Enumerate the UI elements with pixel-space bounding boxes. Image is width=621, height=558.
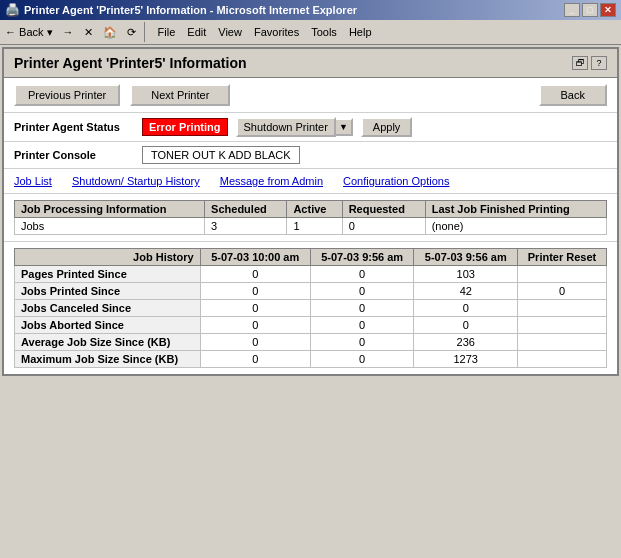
menu-favorites[interactable]: Favorites xyxy=(248,24,305,40)
help-icon[interactable]: ? xyxy=(591,56,607,70)
menu-edit[interactable]: Edit xyxy=(181,24,212,40)
table-row: Average Job Size Since (KB) 0 0 236 xyxy=(15,334,607,351)
minimize-button[interactable]: _ xyxy=(564,3,580,17)
history-cell-c2: 0 xyxy=(310,300,414,317)
history-cell-c1: 0 xyxy=(200,334,310,351)
message-from-admin-link[interactable]: Message from Admin xyxy=(220,175,323,187)
job-list-link[interactable]: Job List xyxy=(14,175,52,187)
table-row: Maximum Job Size Since (KB) 0 0 1273 xyxy=(15,351,607,368)
home-toolbar-button[interactable]: 🏠 xyxy=(98,23,122,42)
close-button[interactable]: ✕ xyxy=(600,3,616,17)
history-cell-c3: 1273 xyxy=(414,351,518,368)
job-history-section: Job History 5-07-03 10:00 am 5-07-03 9:5… xyxy=(4,242,617,374)
menu-help[interactable]: Help xyxy=(343,24,378,40)
history-cell-c1: 0 xyxy=(200,317,310,334)
history-cell-c3: 103 xyxy=(414,266,518,283)
history-col-4: Printer Reset xyxy=(518,249,607,266)
shutdown-dropdown-arrow[interactable]: ▼ xyxy=(336,118,353,136)
job-last-finished: (none) xyxy=(425,218,606,235)
history-cell-c2: 0 xyxy=(310,283,414,300)
table-row: Pages Printed Since 0 0 103 xyxy=(15,266,607,283)
history-row-label: Maximum Job Size Since (KB) xyxy=(15,351,201,368)
maximize-button[interactable]: □ xyxy=(582,3,598,17)
history-cell-c4: 0 xyxy=(518,283,607,300)
printer-status-label: Printer Agent Status xyxy=(14,121,134,133)
title-bar: 🖨️ Printer Agent 'Printer5' Information … xyxy=(0,0,621,20)
job-processing-table: Job Processing Information Scheduled Act… xyxy=(14,200,607,235)
history-col-1: 5-07-03 10:00 am xyxy=(200,249,310,266)
job-row-label: Jobs xyxy=(15,218,205,235)
shutdown-select: Shutdown Printer ▼ xyxy=(236,117,353,137)
history-cell-c1: 0 xyxy=(200,283,310,300)
page-header-icons: 🗗 ? xyxy=(572,56,607,70)
refresh-toolbar-button[interactable]: ⟳ xyxy=(122,23,141,42)
restore-icon[interactable]: 🗗 xyxy=(572,56,588,70)
table-row: Jobs Aborted Since 0 0 0 xyxy=(15,317,607,334)
menu-tools[interactable]: Tools xyxy=(305,24,343,40)
apply-button[interactable]: Apply xyxy=(361,117,413,137)
history-cell-c1: 0 xyxy=(200,266,310,283)
page-header: Printer Agent 'Printer5' Information 🗗 ? xyxy=(4,49,617,78)
history-cell-c2: 0 xyxy=(310,351,414,368)
menu-bar: ← Back ▾ → ✕ 🏠 ⟳ File Edit View Favorite… xyxy=(0,20,621,45)
history-cell-c1: 0 xyxy=(200,351,310,368)
history-cell-c4 xyxy=(518,334,607,351)
col-job-label: Job Processing Information xyxy=(15,201,205,218)
main-window: 🖨️ Printer Agent 'Printer5' Information … xyxy=(0,0,621,558)
content-area: Printer Agent 'Printer5' Information 🗗 ?… xyxy=(2,47,619,376)
table-row: Jobs Canceled Since 0 0 0 xyxy=(15,300,607,317)
menu-items: File Edit View Favorites Tools Help xyxy=(152,24,378,40)
menu-view[interactable]: View xyxy=(212,24,248,40)
history-col-label: Job History xyxy=(15,249,201,266)
printer-console-row: Printer Console TONER OUT K ADD BLACK xyxy=(4,142,617,169)
history-cell-c3: 0 xyxy=(414,300,518,317)
history-cell-c4 xyxy=(518,300,607,317)
next-printer-button[interactable]: Next Printer xyxy=(130,84,230,106)
history-cell-c4 xyxy=(518,266,607,283)
history-row-label: Jobs Aborted Since xyxy=(15,317,201,334)
job-scheduled: 3 xyxy=(205,218,287,235)
history-cell-c2: 0 xyxy=(310,317,414,334)
job-active: 1 xyxy=(287,218,342,235)
history-cell-c4 xyxy=(518,317,607,334)
shutdown-history-link[interactable]: Shutdown/ Startup History xyxy=(72,175,200,187)
app-icon: 🖨️ xyxy=(5,3,20,17)
col-last-finished: Last Job Finished Printing xyxy=(425,201,606,218)
history-row-label: Jobs Canceled Since xyxy=(15,300,201,317)
nav-row: Previous Printer Next Printer Back xyxy=(4,78,617,113)
page-title: Printer Agent 'Printer5' Information xyxy=(14,55,247,71)
back-button[interactable]: Back xyxy=(539,84,607,106)
menu-file[interactable]: File xyxy=(152,24,182,40)
stop-toolbar-button[interactable]: ✕ xyxy=(79,23,98,42)
title-bar-buttons: _ □ ✕ xyxy=(564,3,616,17)
history-cell-c3: 42 xyxy=(414,283,518,300)
col-requested: Requested xyxy=(342,201,425,218)
job-processing-section: Job Processing Information Scheduled Act… xyxy=(4,194,617,242)
history-row-label: Average Job Size Since (KB) xyxy=(15,334,201,351)
history-row-label: Pages Printed Since xyxy=(15,266,201,283)
col-scheduled: Scheduled xyxy=(205,201,287,218)
back-toolbar-button[interactable]: ← Back ▾ xyxy=(0,23,58,42)
job-requested: 0 xyxy=(342,218,425,235)
history-cell-c2: 0 xyxy=(310,266,414,283)
history-cell-c3: 236 xyxy=(414,334,518,351)
col-active: Active xyxy=(287,201,342,218)
history-cell-c1: 0 xyxy=(200,300,310,317)
title-bar-left: 🖨️ Printer Agent 'Printer5' Information … xyxy=(5,3,357,17)
nav-links: Job List Shutdown/ Startup History Messa… xyxy=(4,169,617,194)
shutdown-printer-button[interactable]: Shutdown Printer xyxy=(236,117,336,137)
toolbar-separator xyxy=(144,22,145,42)
previous-printer-button[interactable]: Previous Printer xyxy=(14,84,120,106)
job-history-table: Job History 5-07-03 10:00 am 5-07-03 9:5… xyxy=(14,248,607,368)
table-row: Jobs Printed Since 0 0 42 0 xyxy=(15,283,607,300)
history-cell-c3: 0 xyxy=(414,317,518,334)
printer-status-row: Printer Agent Status Error Printing Shut… xyxy=(4,113,617,142)
history-row-label: Jobs Printed Since xyxy=(15,283,201,300)
window-title: Printer Agent 'Printer5' Information - M… xyxy=(24,4,357,16)
status-error-badge: Error Printing xyxy=(142,118,228,136)
configuration-options-link[interactable]: Configuration Options xyxy=(343,175,449,187)
history-cell-c2: 0 xyxy=(310,334,414,351)
history-col-2: 5-07-03 9:56 am xyxy=(310,249,414,266)
printer-console-value: TONER OUT K ADD BLACK xyxy=(142,146,300,164)
forward-toolbar-button[interactable]: → xyxy=(58,23,79,41)
